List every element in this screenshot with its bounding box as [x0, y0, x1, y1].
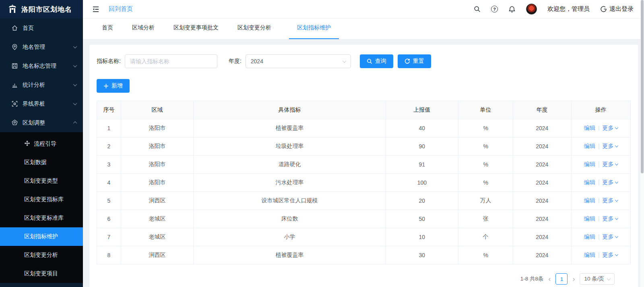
edit-link[interactable]: 编辑	[584, 215, 595, 222]
chevron-down-icon	[342, 59, 346, 63]
table-cell-value: 91	[386, 156, 458, 174]
prev-page-button[interactable]: ‹	[547, 275, 551, 283]
sidebar-item[interactable]: 首页	[0, 19, 83, 37]
sidebar-subitem-label: 区划数据	[24, 159, 47, 166]
page-number-button[interactable]: 1	[555, 273, 568, 285]
sidebar-subitem-label: 区划变更指标库	[24, 196, 64, 203]
sidebar-subitem[interactable]: 区划变更分析	[0, 246, 83, 264]
move-cross-icon	[24, 140, 30, 148]
search-button[interactable]: 查询	[360, 54, 393, 68]
action-divider: |	[598, 233, 600, 240]
user-avatar[interactable]	[526, 4, 537, 15]
back-home-link[interactable]: 回到首页	[109, 5, 133, 13]
sidebar-item[interactable]: 地名管理	[0, 37, 83, 56]
sidebar-submenu: 流程引导区划数据区划变更类型区划变更指标库区划变更标准库区划指标维护区划变更分析…	[0, 132, 83, 283]
sidebar-subitem[interactable]: 区划变更类型	[0, 172, 83, 190]
table-row: 5涧西区设市城区常住人口规模20万人2024编辑|更多	[97, 192, 631, 210]
add-button[interactable]: 新增	[97, 79, 130, 93]
edit-link[interactable]: 编辑	[584, 161, 595, 167]
edit-link[interactable]: 编辑	[584, 233, 595, 240]
table-column-header: 区域	[121, 101, 193, 119]
more-link[interactable]: 更多	[603, 179, 618, 185]
pagination-total: 1-8 共8条	[520, 275, 544, 283]
table-column-header: 操作	[571, 101, 631, 119]
more-link[interactable]: 更多	[603, 161, 618, 167]
table-cell-year: 2024	[513, 156, 571, 174]
more-link[interactable]: 更多	[603, 197, 618, 204]
table-cell-indicator: 植被覆盖率	[194, 246, 386, 264]
sidebar-item-label: 区划调整	[23, 119, 45, 127]
more-link[interactable]: 更多	[603, 233, 618, 240]
tab-item[interactable]: 区划指标维护	[289, 24, 339, 39]
sidebar: 洛阳市区划地名 首页地名管理地名标志管理统计分析界线界桩区划调整 流程引导区划数…	[0, 0, 83, 287]
bar-chart-icon	[11, 81, 18, 88]
sidebar-subitem[interactable]: 区划数据	[0, 153, 83, 172]
action-divider: |	[598, 179, 600, 185]
topbar-right: ? 欢迎您，管理员 退出登录	[474, 4, 634, 15]
table-cell-year: 2024	[513, 174, 571, 192]
table-row: 8涧西区植被覆盖率30%2024编辑|更多	[97, 246, 631, 264]
table-cell-year: 2024	[513, 246, 571, 264]
more-link[interactable]: 更多	[603, 252, 618, 258]
edit-link[interactable]: 编辑	[584, 252, 595, 258]
sidebar-item[interactable]: 界线界桩	[0, 94, 83, 113]
app-logo: 洛阳市区划地名	[0, 0, 83, 19]
more-link[interactable]: 更多	[603, 125, 618, 131]
sidebar-subitem-label: 区划指标维护	[24, 233, 58, 240]
help-icon[interactable]: ?	[491, 6, 498, 12]
year-select-value: 2024	[251, 58, 263, 64]
table-cell-unit: 张	[458, 210, 513, 228]
table-cell-indicator: 污水处理率	[194, 174, 386, 192]
table-cell-actions: 编辑|更多	[571, 156, 631, 174]
chevron-down-icon	[615, 216, 618, 220]
table-cell-unit: %	[458, 174, 513, 192]
table-cell-no: 5	[97, 192, 121, 210]
filter-row: 指标名称: 年度: 2024 查询	[97, 54, 631, 68]
scrollbar-thumb[interactable]	[641, 0, 644, 173]
save-disk-icon	[11, 62, 18, 69]
tab-bar: 首页区域分析区划变更事项批文区划变更分析区划指标维护	[83, 19, 644, 40]
chevron-down-icon	[615, 198, 618, 202]
sidebar-subitem[interactable]: 区划变更项目	[0, 264, 83, 283]
tab-item[interactable]: 首页	[101, 24, 114, 39]
table-cell-year: 2024	[513, 192, 571, 210]
logout-button[interactable]: 退出登录	[600, 5, 634, 13]
edit-link[interactable]: 编辑	[584, 197, 595, 204]
reset-button[interactable]: 重置	[398, 54, 431, 68]
sidebar-subitem[interactable]: 区划变更标准库	[0, 209, 83, 227]
table-row: 2洛阳市垃圾处理率90%2024编辑|更多	[97, 137, 631, 156]
notification-bell-icon[interactable]	[508, 6, 516, 13]
sidebar-item[interactable]: 地名标志管理	[0, 56, 83, 75]
table-cell-indicator: 设市城区常住人口规模	[194, 192, 386, 210]
collapse-sidebar-icon[interactable]	[92, 6, 100, 12]
sidebar-subitem[interactable]: 流程引导	[0, 135, 83, 153]
location-pin-icon	[11, 44, 18, 50]
page-size-select[interactable]: 10 条/页	[580, 273, 615, 285]
next-page-button[interactable]: ›	[572, 275, 576, 283]
table-cell-indicator: 植被覆盖率	[194, 119, 386, 137]
year-select[interactable]: 2024	[246, 54, 351, 68]
edit-link[interactable]: 编辑	[584, 179, 595, 185]
main-area: 回到首页 ? 欢迎您，管理员	[83, 0, 644, 287]
edit-link[interactable]: 编辑	[584, 143, 595, 149]
sidebar-item[interactable]: 统计分析	[0, 75, 83, 94]
search-icon[interactable]	[474, 6, 481, 12]
content-card: 指标名称: 年度: 2024 查询	[89, 45, 638, 287]
tab-item[interactable]: 区划变更事项批文	[172, 24, 220, 39]
more-link[interactable]: 更多	[603, 215, 618, 222]
page-scrollbar[interactable]	[640, 0, 644, 287]
table-column-header: 年度	[513, 101, 571, 119]
more-link[interactable]: 更多	[603, 143, 618, 149]
edit-link[interactable]: 编辑	[584, 125, 595, 131]
sidebar-subitem[interactable]: 区划变更指标库	[0, 190, 83, 209]
topbar: 回到首页 ? 欢迎您，管理员	[83, 0, 644, 19]
chevron-down-icon	[615, 180, 618, 183]
tab-item[interactable]: 区域分析	[131, 24, 156, 39]
sidebar-subitem[interactable]: 区划指标维护	[0, 227, 83, 246]
tab-item[interactable]: 区划变更分析	[236, 24, 272, 39]
chevron-down-icon	[73, 82, 77, 86]
chevron-up-icon	[73, 121, 77, 125]
indicator-name-input[interactable]	[125, 54, 217, 68]
sidebar-item[interactable]: 区划调整	[0, 113, 83, 132]
sidebar-item-label: 地名管理	[23, 44, 45, 51]
